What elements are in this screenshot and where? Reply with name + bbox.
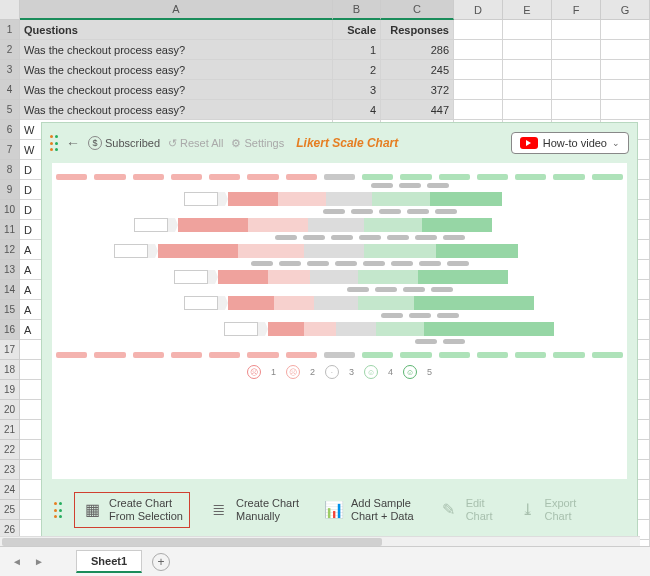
dollar-icon: $ (88, 136, 102, 150)
reset-button[interactable]: ↺ Reset All (168, 137, 223, 150)
youtube-icon (520, 137, 538, 149)
cell[interactable]: 372 (381, 80, 454, 100)
row-header[interactable]: 17 (0, 340, 20, 360)
row-header[interactable]: 22 (0, 440, 20, 460)
scrollbar-thumb[interactable] (2, 538, 382, 546)
howto-video-button[interactable]: How-to video ⌄ (511, 132, 629, 154)
chart-icon: 📊 (323, 500, 345, 520)
cell[interactable]: 245 (381, 60, 454, 80)
drag-handle-icon[interactable] (50, 135, 58, 151)
cell[interactable]: Was the checkout process easy? (20, 60, 333, 80)
table-icon: ▦ (81, 500, 103, 520)
drag-handle-icon[interactable] (54, 502, 62, 518)
cell[interactable] (454, 80, 503, 100)
cell[interactable]: Scale (333, 20, 381, 40)
row-header[interactable]: 15 (0, 300, 20, 320)
cell[interactable]: Responses (381, 20, 454, 40)
create-chart-from-selection-button[interactable]: ▦ Create ChartFrom Selection (74, 492, 190, 528)
cell[interactable] (503, 60, 552, 80)
cell[interactable]: 3 (333, 80, 381, 100)
cell[interactable] (601, 80, 650, 100)
row-header[interactable]: 16 (0, 320, 20, 340)
cell[interactable] (454, 40, 503, 60)
row-header[interactable]: 7 (0, 140, 20, 160)
face-4-icon: ☺ (364, 365, 378, 379)
cell[interactable]: 2 (333, 60, 381, 80)
settings-button[interactable]: ⚙ Settings (231, 137, 284, 150)
tab-next-icon[interactable]: ► (30, 556, 48, 567)
cell[interactable]: 4 (333, 100, 381, 120)
add-sample-button[interactable]: 📊 Add SampleChart + Data (317, 493, 420, 527)
cell[interactable] (601, 40, 650, 60)
cell[interactable]: Was the checkout process easy? (20, 80, 333, 100)
row-header[interactable]: 9 (0, 180, 20, 200)
corner-cell[interactable] (0, 0, 20, 20)
cell[interactable] (503, 20, 552, 40)
row-header[interactable]: 12 (0, 240, 20, 260)
row-header[interactable]: 14 (0, 280, 20, 300)
cell[interactable] (552, 40, 601, 60)
cell[interactable] (552, 100, 601, 120)
chart-preview: ☹1 ☹2 ·3 ☺4 ☺5 (52, 163, 627, 479)
row-header[interactable]: 4 (0, 80, 20, 100)
row-header[interactable]: 3 (0, 60, 20, 80)
row-header[interactable]: 24 (0, 480, 20, 500)
export-icon: ⤓ (517, 500, 539, 520)
row-header[interactable]: 18 (0, 360, 20, 380)
cell[interactable]: 447 (381, 100, 454, 120)
column-header-B[interactable]: B (333, 0, 381, 20)
column-header-D[interactable]: D (454, 0, 503, 20)
tab-prev-icon[interactable]: ◄ (8, 556, 26, 567)
row-header[interactable]: 23 (0, 460, 20, 480)
sliders-icon: ≣ (208, 500, 230, 520)
row-header[interactable]: 19 (0, 380, 20, 400)
add-sheet-button[interactable]: + (152, 553, 170, 571)
cell[interactable] (503, 40, 552, 60)
cell[interactable] (454, 60, 503, 80)
cell[interactable] (454, 20, 503, 40)
cell[interactable]: 286 (381, 40, 454, 60)
edit-icon: ✎ (438, 500, 460, 520)
cell[interactable] (601, 100, 650, 120)
cell[interactable] (552, 20, 601, 40)
cell[interactable] (552, 60, 601, 80)
cell[interactable]: Was the checkout process easy? (20, 40, 333, 60)
face-happy-icon: ☺ (403, 365, 417, 379)
column-header-G[interactable]: G (601, 0, 650, 20)
tab-sheet1[interactable]: Sheet1 (76, 550, 142, 573)
cell[interactable] (503, 80, 552, 100)
row-header[interactable]: 21 (0, 420, 20, 440)
face-sad-icon: ☹ (247, 365, 261, 379)
row-header[interactable]: 2 (0, 40, 20, 60)
row-header[interactable]: 10 (0, 200, 20, 220)
row-header[interactable]: 11 (0, 220, 20, 240)
cell[interactable] (552, 80, 601, 100)
row-header[interactable]: 25 (0, 500, 20, 520)
cell[interactable]: Was the checkout process easy? (20, 100, 333, 120)
face-2-icon: ☹ (286, 365, 300, 379)
cell[interactable] (454, 100, 503, 120)
row-header[interactable]: 5 (0, 100, 20, 120)
horizontal-scrollbar[interactable] (0, 536, 640, 546)
back-icon[interactable]: ← (66, 135, 80, 151)
cell[interactable] (601, 20, 650, 40)
column-header-E[interactable]: E (503, 0, 552, 20)
panel-toolbar: ← $ Subscribed ↺ Reset All ⚙ Settings Li… (50, 129, 629, 157)
panel-action-bar: ▦ Create ChartFrom Selection ≣ Create Ch… (50, 487, 629, 533)
settings-icon: ⚙ (231, 137, 241, 150)
row-header[interactable]: 20 (0, 400, 20, 420)
row-header[interactable]: 6 (0, 120, 20, 140)
column-header-C[interactable]: C (381, 0, 454, 20)
row-header[interactable]: 8 (0, 160, 20, 180)
row-header[interactable]: 1 (0, 20, 20, 40)
cell[interactable] (601, 60, 650, 80)
cell[interactable] (503, 100, 552, 120)
row-header[interactable]: 13 (0, 260, 20, 280)
row-headers: 1234567891011121314151617181920212223242… (0, 0, 20, 576)
column-header-A[interactable]: A (20, 0, 333, 20)
cell[interactable]: 1 (333, 40, 381, 60)
column-header-F[interactable]: F (552, 0, 601, 20)
cell[interactable]: Questions (20, 20, 333, 40)
status-label: Subscribed (105, 137, 160, 149)
create-chart-manually-button[interactable]: ≣ Create ChartManually (202, 493, 305, 527)
